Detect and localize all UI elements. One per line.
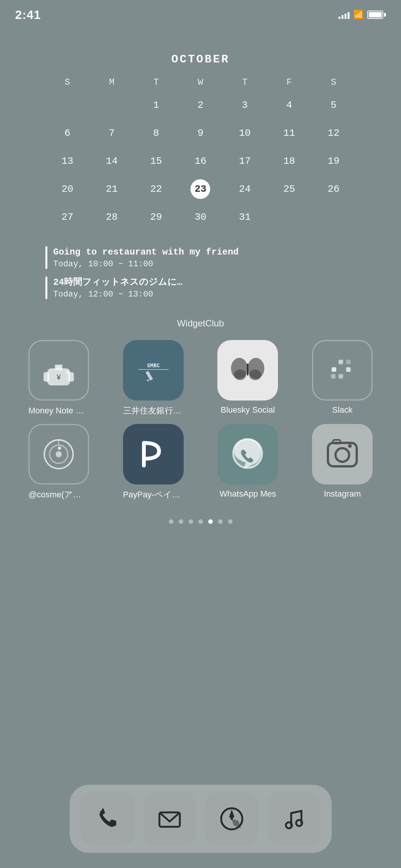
- app-label-money-note: Money Note 家計: [28, 405, 89, 416]
- cal-day-31[interactable]: 31: [239, 206, 251, 228]
- app-label-slack: Slack: [332, 405, 353, 415]
- dock-mail[interactable]: [143, 792, 196, 845]
- cal-header-s2: S: [311, 73, 356, 91]
- cal-day-1[interactable]: 1: [153, 94, 159, 116]
- cal-day-17[interactable]: 17: [239, 150, 251, 172]
- svg-rect-19: [339, 374, 343, 379]
- cal-day-21[interactable]: 21: [106, 178, 118, 200]
- app-item-instagram[interactable]: Instagram: [299, 424, 386, 500]
- cal-day-22[interactable]: 22: [150, 178, 162, 200]
- app-item-paypay[interactable]: PayPay-ペイペイ: [110, 424, 197, 500]
- svg-rect-9: [145, 371, 153, 381]
- dock-music[interactable]: [267, 792, 320, 845]
- cal-day-11[interactable]: 11: [283, 122, 295, 144]
- cal-day-28[interactable]: 28: [106, 206, 118, 228]
- cal-header-m: M: [90, 73, 134, 91]
- cal-day-24[interactable]: 24: [239, 178, 251, 200]
- svg-marker-36: [232, 819, 241, 828]
- cal-day-15[interactable]: 15: [150, 150, 162, 172]
- app-label-smbc: 三井住友銀行アプ: [123, 405, 184, 416]
- app-icon-paypay[interactable]: [123, 424, 184, 484]
- app-icon-instagram[interactable]: [312, 424, 373, 484]
- cal-header-f: F: [267, 73, 311, 91]
- app-icon-money-note[interactable]: ¥: [28, 340, 89, 401]
- calendar-grid: S M T W T F S 1 2 3 4 5 6 7 8 9 10 11 12…: [45, 73, 356, 231]
- cal-header-s: S: [45, 73, 90, 91]
- app-label-paypay: PayPay-ペイペイ: [123, 489, 184, 500]
- page-dot-5-active[interactable]: [208, 519, 213, 524]
- cal-day-14[interactable]: 14: [106, 150, 118, 172]
- app-item-smbc[interactable]: SMBC 三井住友銀行アプ: [110, 340, 197, 416]
- dock-phone[interactable]: [81, 792, 134, 845]
- cal-day-19[interactable]: 19: [328, 150, 339, 172]
- app-item-whatsapp[interactable]: WhatsApp Mes: [204, 424, 292, 500]
- cal-day-12[interactable]: 12: [328, 122, 339, 144]
- cal-day-30[interactable]: 30: [195, 206, 206, 228]
- app-icon-cosme[interactable]: [28, 424, 89, 484]
- app-item-money-note[interactable]: ¥ Money Note 家計: [15, 340, 102, 416]
- svg-rect-20: [331, 374, 335, 379]
- svg-point-13: [234, 370, 246, 380]
- page-dot-1[interactable]: [169, 519, 173, 524]
- svg-text:SMBC: SMBC: [147, 363, 160, 369]
- cal-day-5[interactable]: 5: [331, 94, 337, 116]
- svg-point-25: [58, 447, 61, 450]
- svg-rect-17: [339, 360, 343, 364]
- app-icon-smbc[interactable]: SMBC: [123, 340, 184, 401]
- app-icon-bluesky[interactable]: [217, 340, 278, 401]
- page-dot-4[interactable]: [198, 519, 203, 524]
- cal-header-t2: T: [223, 73, 267, 91]
- cal-day-20[interactable]: 20: [61, 178, 73, 200]
- status-icons: 📶: [339, 10, 386, 20]
- page-dot-3[interactable]: [189, 519, 193, 524]
- app-label-whatsapp: WhatsApp Mes: [220, 489, 276, 499]
- svg-marker-35: [229, 809, 234, 819]
- app-item-bluesky[interactable]: Bluesky Social: [204, 340, 292, 416]
- svg-point-39: [296, 820, 302, 826]
- cal-day-29[interactable]: 29: [150, 206, 162, 228]
- svg-rect-6: [57, 366, 61, 368]
- event-bar-2: [45, 276, 47, 299]
- page-dots: [0, 519, 401, 524]
- page-dot-2[interactable]: [179, 519, 183, 524]
- event-item-2[interactable]: 24時間フィットネスのジムに… Today, 12:00 ~ 13:00: [45, 276, 356, 299]
- cal-day-23-today[interactable]: 23: [190, 179, 210, 199]
- svg-point-24: [56, 451, 62, 457]
- page-dot-6[interactable]: [218, 519, 223, 524]
- cal-day-26[interactable]: 26: [328, 178, 339, 200]
- cal-day-6[interactable]: 6: [64, 122, 70, 144]
- signal-icon: [339, 11, 350, 19]
- app-icon-whatsapp[interactable]: [217, 424, 278, 484]
- cal-day-10[interactable]: 10: [239, 122, 251, 144]
- svg-marker-10: [147, 380, 150, 382]
- cal-day-4[interactable]: 4: [286, 94, 292, 116]
- cal-day-27[interactable]: 27: [61, 206, 73, 228]
- dock-safari[interactable]: [205, 792, 258, 845]
- cal-day-8[interactable]: 8: [153, 122, 159, 144]
- app-item-cosme[interactable]: @cosme(アット: [15, 424, 102, 500]
- event-item-1[interactable]: Going to restaurant with my friend Today…: [45, 246, 356, 269]
- cal-day-16[interactable]: 16: [195, 150, 206, 172]
- app-label-cosme: @cosme(アット: [28, 489, 89, 500]
- svg-point-29: [335, 448, 349, 462]
- status-time: 2:41: [15, 8, 41, 22]
- page-dot-7[interactable]: [228, 519, 232, 524]
- events-section: Going to restaurant with my friend Today…: [45, 246, 356, 299]
- svg-point-14: [249, 370, 261, 380]
- app-label-bluesky: Bluesky Social: [221, 405, 275, 415]
- svg-rect-1: [44, 372, 49, 382]
- app-item-slack[interactable]: Slack: [299, 340, 386, 416]
- battery-icon: [367, 11, 386, 19]
- cal-day-18[interactable]: 18: [283, 150, 295, 172]
- cal-day-13[interactable]: 13: [61, 150, 73, 172]
- cal-day-3[interactable]: 3: [242, 94, 248, 116]
- calendar-month: OCTOBER: [45, 53, 356, 66]
- cal-day-2[interactable]: 2: [198, 94, 204, 116]
- cal-day-9[interactable]: 9: [198, 122, 204, 144]
- cal-day-25[interactable]: 25: [283, 178, 295, 200]
- calendar-widget: OCTOBER S M T W T F S 1 2 3 4 5 6 7 8 9 …: [45, 53, 356, 231]
- cal-day-7[interactable]: 7: [109, 122, 115, 144]
- svg-point-30: [348, 444, 352, 448]
- app-icon-slack[interactable]: [312, 340, 373, 401]
- svg-rect-18: [346, 367, 351, 372]
